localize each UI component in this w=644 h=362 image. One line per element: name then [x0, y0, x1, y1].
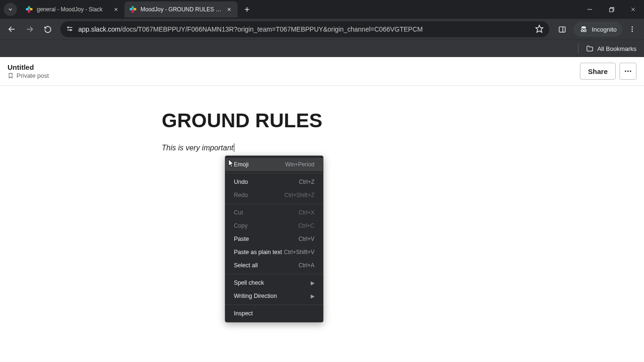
svg-rect-7	[609, 8, 612, 11]
menu-item-label: Spell check	[234, 280, 264, 286]
star-icon	[535, 25, 544, 33]
minimize-button[interactable]	[579, 0, 601, 19]
menu-separator	[225, 173, 323, 173]
close-window-button[interactable]	[622, 0, 644, 19]
svg-point-29	[630, 71, 631, 72]
document-header: Untitled Private post Share	[0, 57, 644, 86]
menu-item-label: Writing Direction	[234, 293, 277, 299]
context-menu-paste-plain[interactable]: Paste as plain text Ctrl+Shift+V	[225, 246, 323, 259]
menu-item-shortcut: Win+Period	[285, 161, 314, 168]
document-paragraph[interactable]: This is very important	[162, 143, 492, 152]
svg-point-12	[67, 27, 69, 28]
side-panel-button[interactable]	[554, 21, 570, 37]
menu-item-shortcut: Ctrl+A	[298, 262, 314, 269]
tab-inactive[interactable]: general - MoodJoy - Slack	[21, 1, 124, 17]
tab-close-button[interactable]	[225, 6, 233, 13]
arrow-left-icon	[8, 25, 16, 33]
new-tab-button[interactable]	[240, 3, 254, 16]
tab-title: MoodJoy - GROUND RULES - S	[140, 6, 223, 13]
context-menu-spell-check[interactable]: Spell check ▶	[225, 276, 323, 289]
context-menu-emoji[interactable]: Emoji Win+Period	[225, 158, 323, 171]
plus-icon	[244, 6, 250, 13]
incognito-indicator[interactable]: Incognito	[574, 22, 622, 37]
context-menu-writing-direction[interactable]: Writing Direction ▶	[225, 289, 323, 303]
context-menu-select-all[interactable]: Select all Ctrl+A	[225, 259, 323, 272]
submenu-arrow-icon: ▶	[311, 280, 314, 286]
document-heading[interactable]: GROUND RULES	[162, 109, 492, 132]
chevron-down-icon	[8, 7, 13, 12]
incognito-label: Incognito	[592, 26, 617, 33]
menu-item-label: Paste as plain text	[234, 249, 282, 255]
browser-toolbar: app.slack.com/docs/T067MEBPPUY/F066NAMN1…	[0, 19, 644, 40]
menu-item-shortcut: Ctrl+C	[298, 222, 314, 229]
share-button[interactable]: Share	[580, 63, 616, 80]
reload-icon	[44, 25, 52, 33]
menu-item-label: Inspect	[234, 310, 253, 317]
svg-point-21	[581, 30, 584, 32]
svg-point-28	[627, 71, 629, 72]
context-menu-inspect[interactable]: Inspect	[225, 307, 323, 320]
doc-visibility-label: Private post	[17, 72, 49, 79]
url-text: app.slack.com/docs/T067MEBPPUY/F066NAMN1…	[78, 25, 530, 33]
close-icon	[227, 7, 231, 12]
context-menu-cut: Cut Ctrl+X	[225, 206, 323, 219]
menu-item-label: Undo	[234, 179, 248, 185]
svg-marker-18	[536, 25, 543, 32]
slack-favicon-icon	[129, 6, 137, 13]
tab-close-button[interactable]	[112, 6, 120, 13]
svg-point-25	[632, 29, 633, 30]
browser-menu-button[interactable]	[624, 21, 640, 37]
close-icon	[630, 7, 636, 12]
minimize-icon	[587, 7, 593, 12]
browser-chrome: general - MoodJoy - Slack MoodJoy - GROU…	[0, 0, 644, 57]
window-controls	[579, 0, 644, 19]
tab-search-button[interactable]	[4, 3, 17, 16]
menu-separator	[225, 274, 323, 274]
submenu-arrow-icon: ▶	[311, 293, 314, 299]
bookmarks-bar: All Bookmarks	[0, 40, 644, 57]
svg-point-24	[632, 26, 633, 28]
menu-item-shortcut: Ctrl+X	[298, 209, 314, 216]
svg-point-26	[632, 31, 633, 32]
menu-item-shortcut: Ctrl+Shift+V	[284, 249, 314, 255]
tab-title: general - MoodJoy - Slack	[37, 6, 109, 13]
tab-active[interactable]: MoodJoy - GROUND RULES - S	[124, 1, 238, 17]
ellipsis-icon	[624, 67, 632, 75]
svg-rect-19	[559, 26, 565, 32]
tab-strip: general - MoodJoy - Slack MoodJoy - GROU…	[0, 0, 644, 19]
kebab-icon	[628, 25, 636, 33]
menu-item-label: Paste	[234, 236, 249, 242]
context-menu-undo[interactable]: Undo Ctrl+Z	[225, 175, 323, 189]
side-panel-icon	[558, 25, 566, 33]
site-info-icon[interactable]	[66, 25, 74, 34]
page-title: Untitled	[8, 63, 580, 71]
separator	[578, 44, 578, 53]
context-menu-redo: Redo Ctrl+Shift+Z	[225, 189, 323, 202]
back-button[interactable]	[4, 21, 20, 37]
incognito-icon	[579, 25, 588, 33]
menu-separator	[225, 204, 323, 204]
menu-item-label: Copy	[234, 222, 248, 229]
text-cursor	[234, 143, 234, 152]
context-menu-paste[interactable]: Paste Ctrl+V	[225, 232, 323, 246]
slack-favicon-icon	[25, 6, 33, 13]
address-bar[interactable]: app.slack.com/docs/T067MEBPPUY/F066NAMN1…	[60, 21, 549, 37]
all-bookmarks-button[interactable]: All Bookmarks	[586, 45, 636, 52]
context-menu-copy: Copy Ctrl+C	[225, 219, 323, 232]
document-body: GROUND RULES This is very important	[0, 86, 644, 152]
reload-button[interactable]	[40, 21, 56, 37]
menu-item-shortcut: Ctrl+V	[298, 236, 314, 242]
menu-item-label: Emoji	[234, 161, 248, 168]
menu-item-label: Redo	[234, 192, 248, 198]
more-actions-button[interactable]	[619, 63, 636, 80]
maximize-icon	[609, 7, 614, 12]
svg-point-15	[70, 29, 72, 31]
menu-item-shortcut: Ctrl+Shift+Z	[284, 192, 314, 198]
bookmark-star-button[interactable]	[535, 25, 544, 34]
maximize-button[interactable]	[601, 0, 622, 19]
context-menu: Emoji Win+Period Undo Ctrl+Z Redo Ctrl+S…	[225, 156, 323, 322]
menu-item-label: Cut	[234, 209, 243, 216]
svg-point-27	[625, 71, 626, 72]
doc-visibility[interactable]: Private post	[8, 72, 580, 79]
forward-button[interactable]	[22, 21, 38, 37]
